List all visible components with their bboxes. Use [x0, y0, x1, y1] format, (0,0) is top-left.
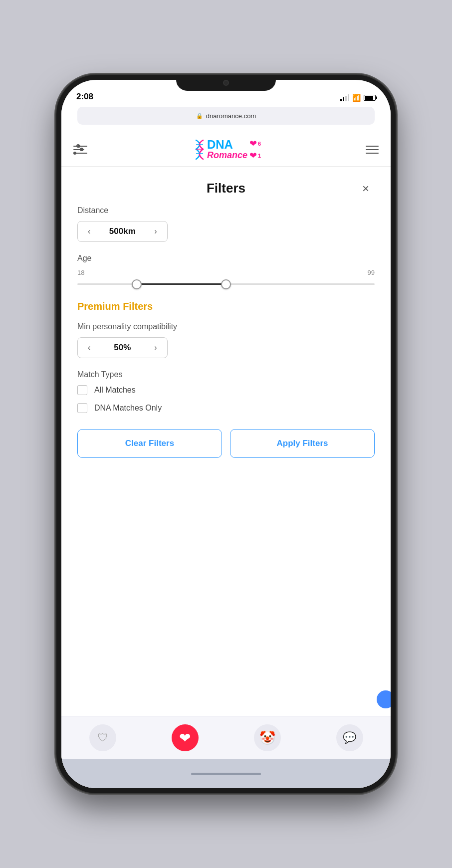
home-indicator [61, 759, 391, 788]
match-type-all-label: All Matches [94, 386, 136, 395]
personality-selector[interactable]: ‹ 50% › [77, 337, 168, 358]
clear-filters-button[interactable]: Clear Filters [77, 429, 222, 458]
match-type-all[interactable]: All Matches [77, 385, 375, 395]
age-slider-thumb-min[interactable] [132, 279, 142, 289]
age-slider-thumb-max[interactable] [221, 279, 231, 289]
battery-icon [364, 95, 376, 101]
match-types-label: Match Types [77, 370, 375, 379]
match-types-list: All Matches DNA Matches Only [77, 385, 375, 413]
heart-icon-top: ❤ [249, 138, 257, 149]
personality-value: 50% [102, 343, 142, 353]
dna-helix-icon [192, 138, 207, 161]
match-type-dna-label: DNA Matches Only [94, 404, 162, 413]
distance-section: Distance ‹ 500km › [77, 206, 375, 242]
checkbox-dna-matches[interactable] [77, 403, 87, 413]
logo: DNA Romance ❤ 6 ❤ [192, 138, 261, 161]
personality-icon: 🤡 [259, 730, 275, 746]
age-max-label: 99 [368, 269, 375, 276]
premium-label: Premium Filters [77, 301, 375, 312]
status-icons: 📶 [340, 94, 376, 102]
lock-icon: 🔒 [196, 113, 203, 119]
checkbox-all-matches[interactable] [77, 385, 87, 395]
url-bar: 🔒 dnaromance.com [77, 107, 375, 125]
phone-frame: 2:08 📶 [56, 75, 396, 793]
logo-romance-text: Romance [207, 151, 247, 161]
nav-item-messages[interactable]: 💬 [336, 724, 363, 751]
phone-screen: 2:08 📶 [61, 80, 391, 788]
apply-filters-button[interactable]: Apply Filters [230, 429, 375, 458]
age-slider-track[interactable] [77, 283, 375, 285]
age-section: Age 18 99 [77, 254, 375, 289]
age-slider-fill [137, 283, 226, 285]
distance-next-arrow[interactable]: › [154, 227, 157, 236]
shield-icon: 🛡 [97, 731, 108, 744]
personality-prev-arrow[interactable]: ‹ [88, 343, 90, 352]
distance-prev-arrow[interactable]: ‹ [88, 227, 90, 236]
distance-selector[interactable]: ‹ 500km › [77, 221, 168, 242]
app-header: DNA Romance ❤ 6 ❤ [61, 133, 391, 167]
nav-item-shield[interactable]: 🛡 [89, 724, 116, 751]
heart-nav-icon: ❤ [179, 730, 191, 746]
messages-icon: 💬 [343, 731, 356, 744]
bottom-section: 🛡 ❤ 🤡 💬 [61, 716, 391, 788]
distance-value: 500km [102, 226, 142, 236]
filters-modal: Filters × Distance ‹ 500km › [61, 167, 391, 788]
close-button[interactable]: × [357, 180, 375, 198]
url-text: dnaromance.com [206, 112, 256, 120]
signal-bars-icon [340, 94, 349, 101]
age-range: 18 99 [77, 269, 375, 289]
filter-icon[interactable] [73, 146, 87, 154]
age-min-label: 18 [77, 269, 84, 276]
hamburger-menu[interactable] [366, 146, 379, 154]
heart-count-top: 6 [258, 141, 261, 147]
heart-icon-bottom: ❤ [249, 150, 257, 161]
filters-title: Filters [207, 181, 245, 196]
bottom-nav: 🛡 ❤ 🤡 💬 [61, 716, 391, 759]
personality-label: Min personality compatibility [77, 322, 375, 331]
wifi-icon: 📶 [352, 94, 361, 102]
action-buttons: Clear Filters Apply Filters [77, 429, 375, 458]
camera [223, 80, 229, 86]
match-types-section: Match Types All Matches DNA Matches Only [77, 370, 375, 413]
nav-item-heart[interactable]: ❤ [172, 724, 199, 751]
home-bar [191, 773, 261, 775]
action-button-peek[interactable] [377, 690, 391, 708]
status-time: 2:08 [76, 92, 93, 102]
phone-wrapper: 2:08 📶 [0, 0, 452, 868]
age-label: Age [77, 254, 375, 263]
distance-label: Distance [77, 206, 375, 215]
filters-header: Filters × [77, 167, 375, 206]
heart-count-bottom: 1 [258, 153, 261, 159]
premium-section: Premium Filters Min personality compatib… [77, 301, 375, 358]
nav-item-personality[interactable]: 🤡 [254, 724, 281, 751]
match-type-dna[interactable]: DNA Matches Only [77, 403, 375, 413]
notch [176, 75, 276, 91]
personality-next-arrow[interactable]: › [154, 343, 157, 352]
content-area: Filters × Distance ‹ 500km › [61, 167, 391, 788]
logo-dna-text: DNA [207, 139, 247, 151]
